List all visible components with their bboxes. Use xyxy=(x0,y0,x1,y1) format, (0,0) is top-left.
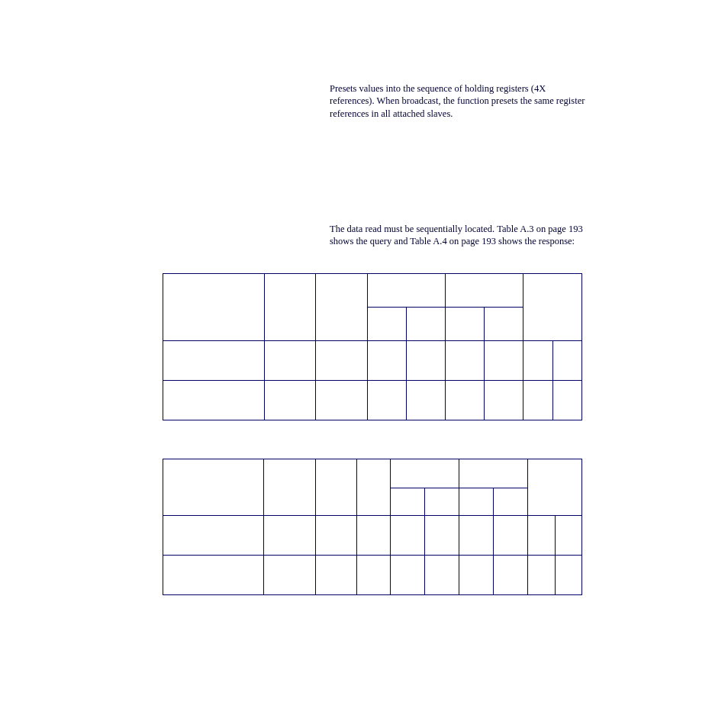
table-a3 xyxy=(163,273,582,420)
paragraph-1: Presets values into the sequence of hold… xyxy=(330,82,589,120)
paragraph-2: The data read must be sequentially locat… xyxy=(330,223,589,248)
table-a4 xyxy=(163,459,582,595)
body-text: Presets values into the sequence of hold… xyxy=(330,82,589,247)
